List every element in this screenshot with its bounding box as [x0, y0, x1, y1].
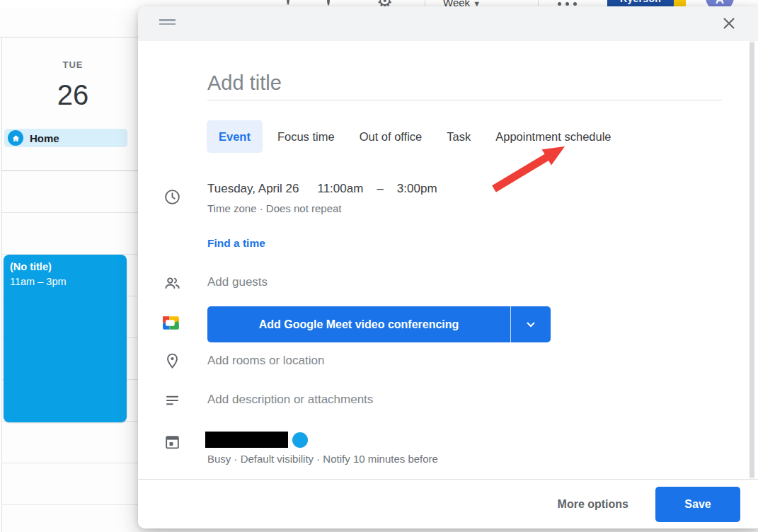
- day-name: TUE: [0, 59, 146, 70]
- tab-event[interactable]: Event: [207, 120, 263, 153]
- grid-line: [2, 504, 138, 505]
- event-end-time[interactable]: 3:00pm: [397, 182, 437, 195]
- search-icon[interactable]: [287, 0, 289, 4]
- apps-grid-icon[interactable]: [558, 2, 577, 6]
- add-meet-button[interactable]: Add Google Meet video conferencing: [207, 306, 551, 342]
- chevron-down-icon: [527, 322, 535, 328]
- home-chip[interactable]: Home: [4, 129, 127, 147]
- event-start-time[interactable]: 11:00am: [317, 182, 363, 195]
- location-pin-icon: [163, 352, 182, 371]
- scrollbar-thumb[interactable]: [750, 42, 754, 478]
- tab-appointment-schedule[interactable]: Appointment schedule: [495, 130, 611, 144]
- grid-line: [2, 463, 138, 463]
- appbar-divider: [0, 37, 138, 37]
- close-icon: [720, 15, 737, 32]
- dialog-header: [138, 6, 758, 41]
- event-type-tabs: Event Focus time Out of office Task Appo…: [207, 120, 636, 153]
- add-description-field[interactable]: Add description or attachments: [207, 393, 373, 407]
- event-when[interactable]: Tuesday, April 2611:00am–3:00pm: [207, 182, 437, 196]
- day-number[interactable]: 26: [0, 79, 146, 111]
- meet-dropdown-button[interactable]: [511, 306, 551, 342]
- home-icon: [8, 130, 23, 146]
- guests-icon: [163, 274, 182, 293]
- event-title: (No title): [10, 260, 120, 274]
- calendar-icon: [163, 433, 182, 451]
- help-icon[interactable]: [327, 0, 330, 5]
- google-meet-icon: [162, 314, 180, 332]
- grid-line: [2, 170, 138, 171]
- close-button[interactable]: [720, 15, 737, 32]
- grid-line: [2, 212, 138, 213]
- dialog-footer: More options Save: [138, 479, 758, 528]
- save-button[interactable]: Save: [655, 487, 740, 522]
- event-visibility-summary[interactable]: Busy · Default visibility · Notify 10 mi…: [207, 453, 438, 465]
- calendar-event[interactable]: (No title) 11am – 3pm: [4, 255, 127, 422]
- home-chip-label: Home: [30, 132, 59, 144]
- tab-task[interactable]: Task: [447, 130, 471, 144]
- more-options-button[interactable]: More options: [558, 498, 628, 511]
- add-meet-label: Add Google Meet video conferencing: [207, 306, 510, 342]
- event-dialog: Event Focus time Out of office Task Appo…: [138, 6, 758, 528]
- description-icon: [163, 391, 182, 410]
- tab-focus-time[interactable]: Focus time: [277, 130, 335, 144]
- dialog-body: Event Focus time Out of office Task Appo…: [138, 41, 758, 479]
- clock-icon: [163, 188, 182, 207]
- recurrence-summary[interactable]: Time zone · Does not repeat: [207, 202, 342, 214]
- dialog-scrollbar[interactable]: [750, 41, 754, 479]
- title-input[interactable]: [207, 66, 722, 100]
- tab-out-of-office[interactable]: Out of office: [360, 130, 423, 144]
- add-location-field[interactable]: Add rooms or location: [207, 354, 324, 368]
- add-guests-field[interactable]: Add guests: [207, 275, 268, 289]
- event-time: 11am – 3pm: [10, 274, 120, 289]
- drag-handle-icon[interactable]: [159, 19, 176, 27]
- day-column-divider: [1, 37, 2, 532]
- event-date[interactable]: Tuesday, April 26: [207, 182, 299, 195]
- redacted-calendar-name[interactable]: [205, 432, 288, 448]
- find-a-time-link[interactable]: Find a time: [207, 237, 265, 250]
- calendar-color-dot[interactable]: [292, 432, 308, 448]
- time-range-dash: –: [377, 182, 383, 195]
